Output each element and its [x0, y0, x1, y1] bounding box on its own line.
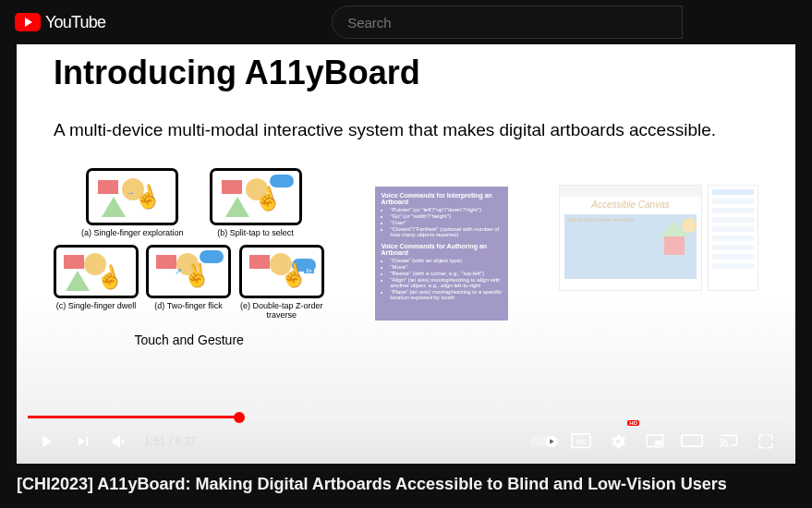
search-wrap: [332, 6, 683, 39]
gesture-caption-e: (e) Double-tap Z-order traverse: [238, 301, 324, 320]
youtube-logo[interactable]: YouTube: [15, 13, 105, 32]
slide-title: Introducing A11yBoard: [54, 54, 758, 92]
gesture-caption-d: (d) Two-finger flick: [154, 301, 222, 310]
autoplay-toggle[interactable]: [526, 423, 563, 460]
next-button[interactable]: [65, 423, 102, 460]
canvas-panel: Accessible Canvas Making digital canvas …: [559, 185, 702, 291]
volume-button[interactable]: [102, 423, 139, 460]
time-display: 1:51 / 6:37: [144, 435, 197, 448]
hd-badge: HD: [627, 420, 639, 426]
top-header: YouTube: [0, 0, 812, 44]
canvas-side-panel: [708, 185, 758, 291]
voice-commands-panel: Voice Commands for Interpreting an Artbo…: [375, 187, 508, 321]
gesture-column: ☝ → (a) Single-finger exploration ☝: [54, 168, 324, 347]
player-controls: 1:51 / 6:37 CC HD: [17, 416, 795, 464]
progress-bar[interactable]: [28, 416, 784, 418]
play-button[interactable]: [28, 423, 65, 460]
captions-button[interactable]: CC: [563, 423, 600, 460]
fullscreen-button[interactable]: [747, 423, 784, 460]
gesture-tablet-c: ☝: [54, 245, 139, 298]
gesture-tablet-e: ☝ 2x: [239, 245, 324, 298]
svg-rect-5: [655, 441, 661, 445]
gesture-tablet-a: ☝ →: [86, 168, 178, 225]
miniplayer-button[interactable]: [636, 423, 673, 460]
gesture-caption-a: (a) Single-finger exploration: [81, 228, 184, 237]
gesture-caption-c: (c) Single-finger dwell: [56, 301, 137, 310]
slide-subtitle: A multi-device multi-modal interactive s…: [54, 120, 758, 140]
theater-button[interactable]: [673, 423, 710, 460]
svg-rect-6: [682, 435, 702, 446]
youtube-logo-text: YouTube: [45, 13, 105, 32]
settings-button[interactable]: HD: [600, 423, 636, 460]
voice-heading-1: Voice Commands for Interpreting an Artbo…: [381, 192, 503, 205]
slide-content: Introducing A11yBoard A multi-device mul…: [17, 44, 795, 464]
gesture-tablet-b: ☝: [210, 168, 302, 225]
cast-button[interactable]: [710, 423, 747, 460]
video-title: [CHI2023] A11yBoard: Making Digital Artb…: [17, 475, 795, 494]
voice-heading-2: Voice Commands for Authoring an Artboard: [381, 243, 503, 256]
search-input[interactable]: [332, 6, 683, 39]
video-player[interactable]: Introducing A11yBoard A multi-device mul…: [17, 44, 795, 464]
touch-gesture-label: Touch and Gesture: [54, 333, 324, 347]
svg-text:CC: CC: [576, 437, 587, 445]
gesture-tablet-d: ✌ ↗: [146, 245, 231, 298]
youtube-logo-icon: [15, 13, 41, 31]
gesture-caption-b: (b) Split-tap to select: [217, 228, 294, 237]
canvas-preview: Accessible Canvas Making digital canvas …: [559, 185, 758, 347]
canvas-title: Accessible Canvas: [560, 197, 701, 212]
